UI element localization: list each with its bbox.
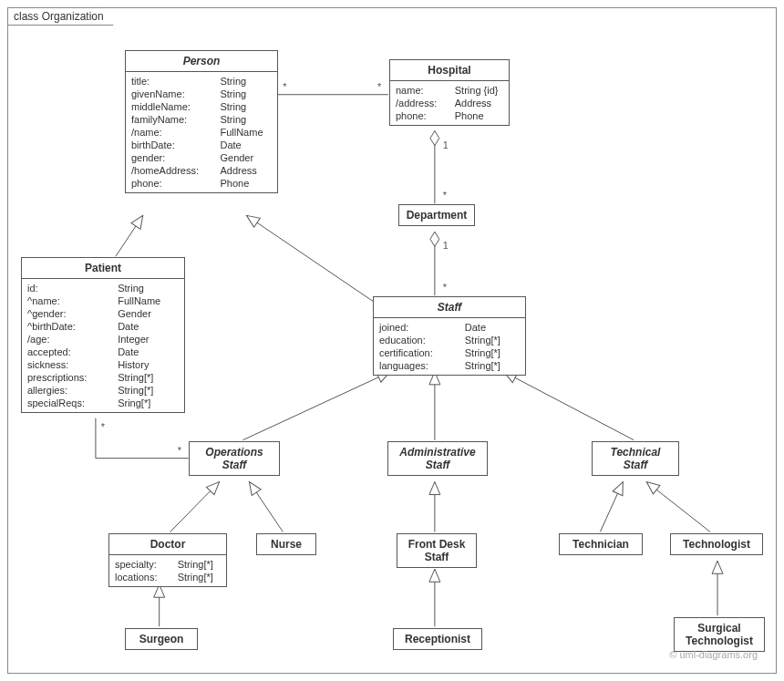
- class-title: Person: [126, 51, 277, 72]
- class-hospital: Hospital name:String {id}/address:Addres…: [389, 59, 510, 126]
- class-title: Nurse: [271, 538, 302, 551]
- class-title: TechnicalStaff: [593, 442, 678, 475]
- class-tech-staff: TechnicalStaff: [592, 441, 679, 476]
- class-department: Department: [398, 204, 475, 226]
- class-title: Technologist: [683, 538, 750, 551]
- mult-po-o: *: [178, 445, 182, 456]
- class-attrs: title:StringgivenName:StringmiddleName:S…: [126, 72, 277, 192]
- class-title: Technician: [573, 538, 629, 551]
- class-front-desk: Front DeskStaff: [397, 533, 477, 568]
- class-attrs: id:String^name:FullName^gender:Gender^bi…: [22, 279, 184, 412]
- class-technician: Technician: [559, 533, 643, 555]
- svg-line-14: [646, 482, 710, 532]
- watermark: © uml-diagrams.org: [669, 649, 758, 660]
- mult-hospital-side: *: [377, 81, 382, 92]
- class-staff: Staff joined:Dateeducation:String[*]cert…: [373, 296, 526, 376]
- class-receptionist: Receptionist: [393, 628, 482, 650]
- class-title: AdministrativeStaff: [388, 442, 487, 475]
- class-surgeon: Surgeon: [125, 628, 198, 650]
- mult-person-side: *: [283, 81, 287, 92]
- class-title: OperationsStaff: [190, 442, 279, 475]
- svg-line-9: [504, 372, 634, 440]
- class-title: SurgicalTechnologist: [675, 618, 764, 651]
- svg-line-7: [242, 372, 390, 440]
- class-attrs: joined:Dateeducation:String[*]certificat…: [374, 318, 525, 375]
- package-title: class Organization: [7, 7, 114, 26]
- class-technologist: Technologist: [670, 533, 763, 555]
- class-title: Hospital: [428, 64, 470, 77]
- class-title: Patient: [85, 262, 121, 274]
- class-ops-staff: OperationsStaff: [189, 441, 280, 476]
- class-admin-staff: AdministrativeStaff: [387, 441, 488, 476]
- mult-ds-one: 1: [443, 240, 449, 251]
- mult-ds-star: *: [443, 282, 448, 293]
- mult-hd-star: *: [443, 190, 448, 201]
- class-title: Staff: [374, 297, 525, 318]
- class-surg-tech: SurgicalTechnologist: [674, 617, 765, 652]
- svg-line-4: [246, 215, 377, 304]
- mult-po-p: *: [101, 421, 106, 432]
- class-patient: Patient id:String^name:FullName^gender:G…: [21, 257, 185, 413]
- svg-line-10: [170, 482, 220, 532]
- class-title: Doctor: [150, 538, 186, 551]
- class-title: Department: [407, 209, 468, 222]
- mult-hd-one: 1: [443, 139, 449, 150]
- class-title: Front DeskStaff: [397, 534, 476, 567]
- class-title: Receptionist: [405, 633, 470, 645]
- class-attrs: name:String {id}/address:Addressphone:Ph…: [390, 81, 509, 125]
- class-person: Person title:StringgivenName:Stringmiddl…: [125, 50, 278, 193]
- class-attrs: specialty:String[*]locations:String[*]: [109, 555, 226, 586]
- class-doctor: Doctor specialty:String[*]locations:Stri…: [108, 533, 227, 587]
- svg-line-13: [600, 482, 623, 532]
- class-nurse: Nurse: [256, 533, 316, 555]
- class-title: Surgeon: [139, 633, 184, 645]
- svg-line-11: [249, 482, 283, 532]
- package-frame: class Organization * * 1 *: [7, 7, 777, 674]
- svg-line-3: [116, 215, 143, 256]
